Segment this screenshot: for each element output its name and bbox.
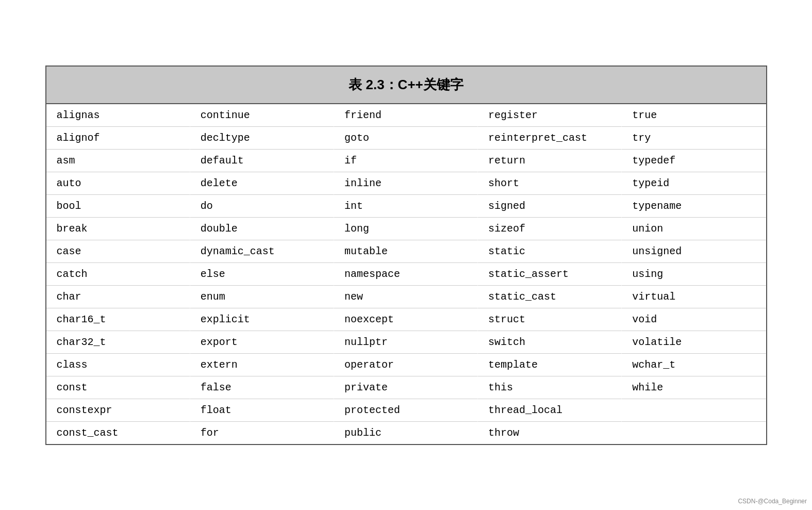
keyword-cell: wchar_t (622, 354, 766, 376)
keyword-cell: char16_t (46, 308, 190, 331)
keyword-cell: continue (190, 104, 334, 127)
keyword-cell (622, 399, 766, 422)
table-body: alignascontinuefriendregistertruealignof… (46, 104, 766, 444)
keyword-cell: float (190, 399, 334, 422)
keyword-cell: default (190, 150, 334, 172)
keyword-cell: class (46, 354, 190, 376)
keyword-cell: public (334, 422, 478, 444)
keyword-cell: union (622, 218, 766, 240)
keyword-cell: case (46, 240, 190, 263)
keyword-cell: static_assert (478, 263, 622, 286)
keyword-cell: mutable (334, 240, 478, 263)
keyword-cell: static_cast (478, 286, 622, 308)
keyword-cell: switch (478, 331, 622, 354)
keyword-cell: short (478, 172, 622, 195)
table-title: 表 2.3：C++关键字 (46, 67, 766, 104)
keyword-cell: long (334, 218, 478, 240)
keyword-cell: private (334, 376, 478, 399)
keyword-cell: enum (190, 286, 334, 308)
keyword-cell: catch (46, 263, 190, 286)
keyword-cell: inline (334, 172, 478, 195)
keyword-cell: export (190, 331, 334, 354)
keyword-cell: new (334, 286, 478, 308)
keyword-cell: dynamic_cast (190, 240, 334, 263)
keyword-cell: asm (46, 150, 190, 172)
keyword-cell: protected (334, 399, 478, 422)
keyword-cell: operator (334, 354, 478, 376)
keyword-cell (622, 422, 766, 444)
keyword-cell: alignas (46, 104, 190, 127)
keyword-cell: extern (190, 354, 334, 376)
keyword-cell: namespace (334, 263, 478, 286)
keyword-cell: explicit (190, 308, 334, 331)
keyword-cell: using (622, 263, 766, 286)
keyword-cell: constexpr (46, 399, 190, 422)
keyword-cell: sizeof (478, 218, 622, 240)
keyword-cell: const_cast (46, 422, 190, 444)
keyword-cell: for (190, 422, 334, 444)
keyword-cell: break (46, 218, 190, 240)
keyword-cell: char32_t (46, 331, 190, 354)
watermark: CSDN-@Coda_Beginner (738, 498, 807, 505)
keyword-cell: noexcept (334, 308, 478, 331)
keyword-cell: virtual (622, 286, 766, 308)
keyword-cell: typeid (622, 172, 766, 195)
keyword-cell: unsigned (622, 240, 766, 263)
keyword-cell: register (478, 104, 622, 127)
keyword-cell: try (622, 127, 766, 150)
keyword-cell: while (622, 376, 766, 399)
keyword-cell: reinterpret_cast (478, 127, 622, 150)
keyword-cell: do (190, 195, 334, 218)
keyword-cell: alignof (46, 127, 190, 150)
keyword-cell: delete (190, 172, 334, 195)
keyword-cell: double (190, 218, 334, 240)
keyword-cell: template (478, 354, 622, 376)
keyword-cell: char (46, 286, 190, 308)
keyword-cell: auto (46, 172, 190, 195)
keyword-cell: thread_local (478, 399, 622, 422)
keyword-cell: const (46, 376, 190, 399)
keyword-cell: bool (46, 195, 190, 218)
keyword-cell: friend (334, 104, 478, 127)
keyword-cell: struct (478, 308, 622, 331)
keyword-cell: nullptr (334, 331, 478, 354)
keyword-cell: static (478, 240, 622, 263)
keyword-cell: true (622, 104, 766, 127)
keyword-cell: decltype (190, 127, 334, 150)
keyword-cell: else (190, 263, 334, 286)
keyword-cell: throw (478, 422, 622, 444)
keyword-cell: void (622, 308, 766, 331)
keyword-cell: return (478, 150, 622, 172)
keyword-cell: typename (622, 195, 766, 218)
keyword-cell: typedef (622, 150, 766, 172)
keyword-cell: goto (334, 127, 478, 150)
keyword-cell: signed (478, 195, 622, 218)
keyword-cell: this (478, 376, 622, 399)
keyword-cell: int (334, 195, 478, 218)
keyword-cell: if (334, 150, 478, 172)
cpp-keywords-table: 表 2.3：C++关键字 alignascontinuefriendregist… (45, 65, 767, 445)
keyword-cell: false (190, 376, 334, 399)
keyword-cell: volatile (622, 331, 766, 354)
